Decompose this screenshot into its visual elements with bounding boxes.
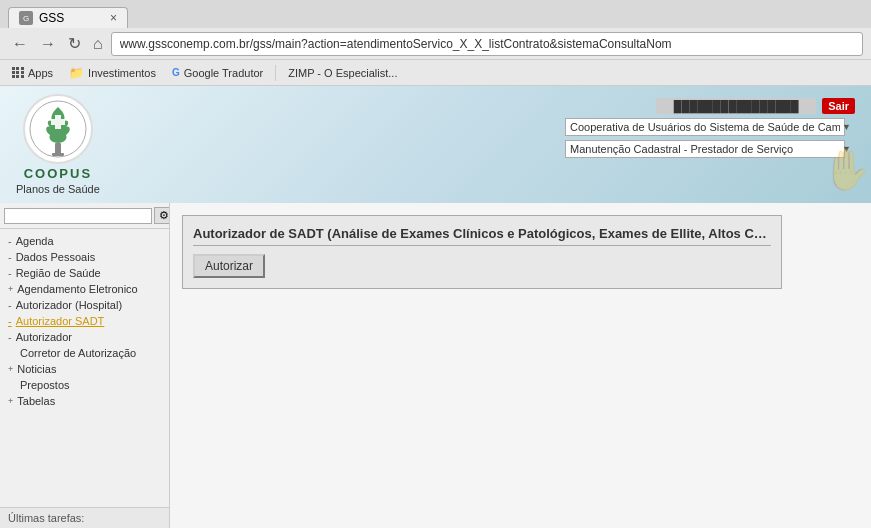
ultimas-tarefas-label: Últimas tarefas: — [8, 512, 84, 524]
brand-subtitle: Planos de Saúde — [16, 183, 100, 195]
expand-icon: + — [8, 364, 13, 374]
address-bar[interactable] — [111, 32, 863, 56]
header-right: ████████████████ Sair Cooperativa de Usu… — [565, 94, 855, 158]
sidebar-search-button[interactable]: ⚙ — [154, 207, 170, 224]
sidebar-item-corretor-autorizacao[interactable]: Corretor de Autorização — [0, 345, 169, 361]
bookmark-investimentos-label: Investimentos — [88, 67, 156, 79]
dash-icon: - — [8, 331, 12, 343]
main-layout: ⚙ - Agenda - Dados Pessoais - Região de … — [0, 203, 871, 528]
sadt-title: Autorizador de SADT (Análise de Exames C… — [193, 226, 771, 246]
dropdown2-wrapper: Manutenção Cadastral - Prestador de Serv… — [565, 140, 855, 158]
bookmark-tradutor[interactable]: G Google Tradutor — [168, 65, 267, 81]
dropdown1-wrapper: Cooperativa de Usuários do Sistema de Sa… — [565, 118, 855, 136]
tab-close-button[interactable]: × — [110, 11, 117, 25]
reload-button[interactable]: ↻ — [64, 32, 85, 55]
tab-bar: G GSS × — [0, 0, 871, 28]
logo-area: COOPUS Planos de Saúde — [16, 94, 100, 195]
sadt-box: Autorizador de SADT (Análise de Exames C… — [182, 215, 782, 289]
bookmarks-bar: Apps 📁 Investimentos G Google Tradutor Z… — [0, 60, 871, 86]
tab-title: GSS — [39, 11, 64, 25]
bookmark-apps[interactable]: Apps — [8, 65, 57, 81]
bookmark-zimp[interactable]: ZIMP - O Especialist... — [284, 65, 401, 81]
content-area: Autorizador de SADT (Análise de Exames C… — [170, 203, 871, 528]
expand-icon: + — [8, 396, 13, 406]
sidebar-item-agenda[interactable]: - Agenda — [0, 233, 169, 249]
logo-svg — [28, 99, 88, 159]
tab-favicon: G — [19, 11, 33, 25]
user-bar: ████████████████ Sair — [656, 98, 855, 114]
sidebar-item-agendamento-eletronico[interactable]: + Agendamento Eletronico — [0, 281, 169, 297]
sidebar: ⚙ - Agenda - Dados Pessoais - Região de … — [0, 203, 170, 528]
dash-icon: - — [8, 235, 12, 247]
dash-icon: - — [8, 315, 12, 327]
sair-button[interactable]: Sair — [822, 98, 855, 114]
dash-icon: - — [8, 299, 12, 311]
home-button[interactable]: ⌂ — [89, 33, 107, 55]
back-button[interactable]: ← — [8, 33, 32, 55]
dash-icon: - — [8, 251, 12, 263]
sidebar-search-input[interactable] — [4, 208, 152, 224]
dash-icon: - — [8, 267, 12, 279]
bookmark-separator — [275, 65, 276, 81]
sidebar-item-regiao-saude[interactable]: - Região de Saúde — [0, 265, 169, 281]
sidebar-item-autorizador[interactable]: - Autorizador — [0, 329, 169, 345]
brand-name: COOPUS — [24, 166, 92, 181]
bookmark-apps-label: Apps — [28, 67, 53, 79]
bookmark-investimentos[interactable]: 📁 Investimentos — [65, 64, 160, 82]
sidebar-item-dados-pessoais[interactable]: - Dados Pessoais — [0, 249, 169, 265]
username-display: ████████████████ — [656, 98, 816, 114]
sidebar-item-prepostos[interactable]: Prepostos — [0, 377, 169, 393]
translator-icon: G — [172, 67, 180, 78]
active-tab[interactable]: G GSS × — [8, 7, 128, 28]
sidebar-item-tabelas[interactable]: + Tabelas — [0, 393, 169, 409]
system-dropdown[interactable]: Cooperativa de Usuários do Sistema de Sa… — [565, 118, 845, 136]
module-dropdown[interactable]: Manutenção Cadastral - Prestador de Serv… — [565, 140, 845, 158]
svg-rect-2 — [52, 153, 64, 156]
apps-icon — [12, 67, 24, 79]
folder-icon: 📁 — [69, 66, 84, 80]
expand-icon: + — [8, 284, 13, 294]
page-content: COOPUS Planos de Saúde ████████████████ … — [0, 86, 871, 528]
decorative-hand: 🤚 — [821, 146, 871, 193]
bookmark-zimp-label: ZIMP - O Especialist... — [288, 67, 397, 79]
sidebar-footer: Últimas tarefas: — [0, 507, 169, 528]
sidebar-item-noticias[interactable]: + Noticias — [0, 361, 169, 377]
forward-button[interactable]: → — [36, 33, 60, 55]
sidebar-search-row: ⚙ — [0, 203, 169, 229]
sidebar-item-autorizador-hospital[interactable]: - Autorizador (Hospital) — [0, 297, 169, 313]
browser-chrome: G GSS × ← → ↻ ⌂ Apps 📁 Investimentos G — [0, 0, 871, 86]
nav-bar: ← → ↻ ⌂ — [0, 28, 871, 60]
sidebar-item-autorizador-sadt[interactable]: - Autorizador SADT — [0, 313, 169, 329]
page-header: COOPUS Planos de Saúde ████████████████ … — [0, 86, 871, 203]
logo-circle — [23, 94, 93, 164]
autorizar-button[interactable]: Autorizar — [193, 254, 265, 278]
sidebar-nav: - Agenda - Dados Pessoais - Região de Sa… — [0, 229, 169, 507]
bookmark-tradutor-label: Google Tradutor — [184, 67, 264, 79]
